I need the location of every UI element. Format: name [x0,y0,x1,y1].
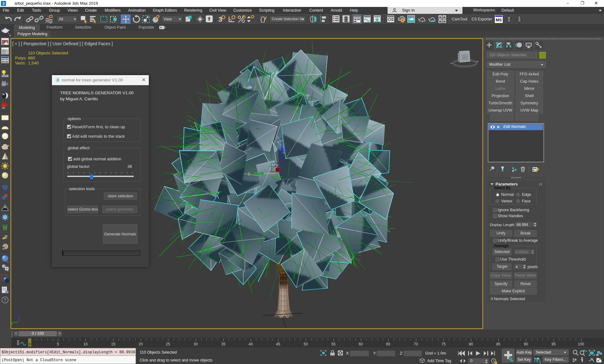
svg-text:z: z [280,136,282,141]
svg-text:MS: MS [496,18,502,22]
svg-text:3D: 3D [3,93,5,95]
svg-text:?: ? [4,297,6,302]
svg-text:HD: HD [2,107,5,109]
svg-text:y: y [248,171,250,176]
svg-text:3: 3 [3,2,5,6]
svg-text:HF: HF [2,235,6,238]
svg-text:Ox: Ox [2,248,5,250]
svg-text:z: z [17,310,19,315]
svg-text:x: x [18,316,20,321]
svg-text:x: x [275,163,277,168]
svg-text:LEFT: LEFT [462,56,468,58]
svg-text:y: y [11,320,14,325]
svg-text:3: 3 [56,78,59,82]
svg-text:}: } [262,16,266,23]
